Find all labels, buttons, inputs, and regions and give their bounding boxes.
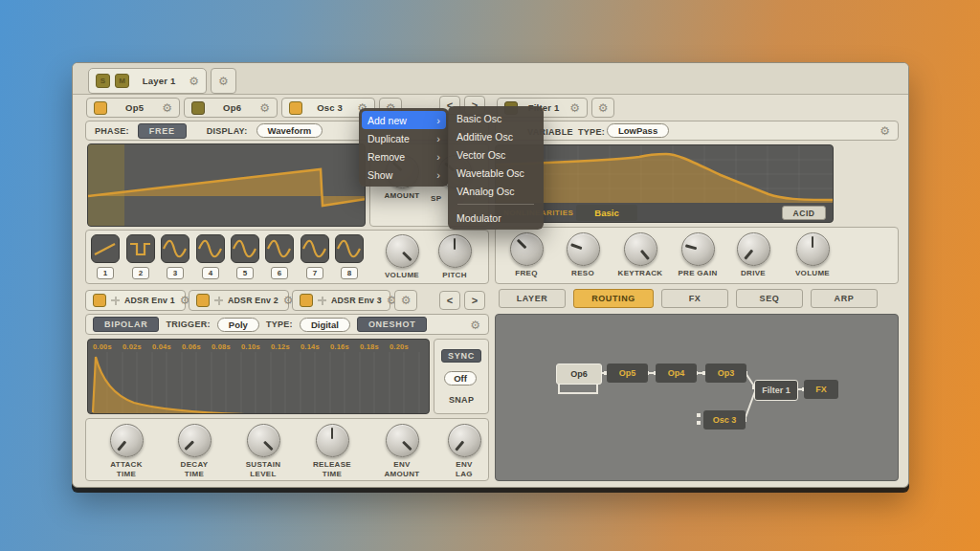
submenu-item-wavetable-osc[interactable]: Wavetable Osc [448,164,544,182]
move-icon[interactable] [111,297,120,305]
tab-op6[interactable]: Op6 ⚙ [184,98,278,118]
routing-node-op5[interactable]: Op5 [607,364,648,383]
env-amount-knob[interactable] [386,424,419,457]
gear-icon[interactable]: ⚙ [162,102,172,114]
menu-item-remove[interactable]: Remove› [359,147,449,165]
tab-layer[interactable]: LAYER [499,289,566,308]
trigger-select[interactable]: Poly [217,318,259,332]
env-prev-button[interactable]: < [439,291,460,310]
submenu-item-vector-osc[interactable]: Vector Osc [448,145,544,164]
gear-icon[interactable]: ⚙ [880,125,890,137]
tab-adsr-env-3[interactable]: ADSR Env 3 ⚙ [292,290,390,311]
gear-icon[interactable]: ⚙ [189,76,199,87]
submenu-item-basic-osc[interactable]: Basic Osc [448,109,544,127]
op6-enable-checkbox[interactable] [191,101,205,115]
routing-node-fx[interactable]: FX [804,380,838,399]
pre-gain-knob[interactable] [681,232,715,266]
osc-volume-knob[interactable] [386,234,419,268]
filter-volume-knob[interactable] [796,232,830,266]
wave-tile-sine[interactable] [196,234,225,263]
routing-node-filter1[interactable]: Filter 1 [754,380,798,401]
filter-response-display[interactable]: NONLINEARITIES Basic ACID [495,144,834,223]
osc3-enable-checkbox[interactable] [289,101,302,115]
routing-node-osc3[interactable]: Osc 3 [703,410,746,430]
gear-icon[interactable]: ⚙ [569,102,580,114]
layer-settings-tab[interactable]: ⚙ [211,68,236,94]
menu-item-add-new[interactable]: Add new› [362,111,446,129]
drive-knob[interactable] [737,232,770,266]
wave-tile-square[interactable] [126,234,155,263]
partial-5-badge[interactable]: 5 [236,267,254,279]
tab-fx[interactable]: FX [661,289,728,308]
partial-8-badge[interactable]: 8 [341,267,358,279]
env2-enable-checkbox[interactable] [196,294,210,307]
release-time-knob[interactable] [316,424,349,457]
sync-off-select[interactable]: Off [444,371,477,386]
keytrack-knob[interactable] [624,232,657,266]
tab-seq[interactable]: SEQ [736,289,803,308]
routing-node-op6[interactable]: Op6 [556,364,602,385]
env-next-button[interactable]: > [464,291,485,310]
freq-knob[interactable] [510,232,544,266]
phase-free-button[interactable]: FREE [138,123,187,139]
oneshot-button[interactable]: ONESHOT [357,317,427,332]
partial-2-badge[interactable]: 2 [132,267,149,279]
nonlinearity-basic-button[interactable]: Basic [576,205,637,221]
routing-node-op3[interactable]: Op3 [705,364,746,383]
decay-time-knob[interactable] [178,424,212,457]
gear-icon[interactable]: ⚙ [218,76,229,87]
submenu-item-vanalog-osc[interactable]: VAnalog Osc [448,182,544,200]
partial-4-badge[interactable]: 4 [202,267,219,279]
tab-op5[interactable]: Op5 ⚙ [86,98,180,118]
sync-button[interactable]: SYNC [441,349,481,363]
acid-button[interactable]: ACID [782,206,826,220]
envelope-display[interactable]: 0.00s 0.02s 0.04s 0.06s 0.08s 0.10s 0.12… [87,339,430,414]
env-lag-knob[interactable] [448,424,481,457]
gear-icon[interactable]: ⚙ [259,102,270,114]
submenu-item-additive-osc[interactable]: Additive Osc [448,127,544,145]
mute-button[interactable]: M [115,74,129,88]
gear-icon[interactable]: ⚙ [598,102,609,114]
menu-item-show[interactable]: Show› [359,165,449,184]
env1-enable-checkbox[interactable] [93,294,106,307]
env-amount-label: ENVAMOUNT [385,460,420,479]
bipolar-button[interactable]: BIPOLAR [93,317,159,332]
sustain-level-knob[interactable] [247,424,280,457]
wave-tile-sine[interactable] [301,234,329,263]
menu-item-duplicate[interactable]: Duplicate› [359,129,449,147]
op5-enable-checkbox[interactable] [94,101,107,115]
tab-arp[interactable]: ARP [811,289,878,308]
partial-7-badge[interactable]: 7 [306,267,323,279]
filter-add-tab[interactable]: ⚙ [591,98,614,118]
osc-pitch-knob[interactable] [438,234,472,268]
tab-routing[interactable]: ROUTING [573,289,654,308]
tab-layer-1[interactable]: S M Layer 1 ⚙ [88,68,207,94]
tab-adsr-env-2[interactable]: ADSR Env 2 ⚙ [189,290,289,311]
env-type-select[interactable]: Digital [300,318,350,332]
move-icon[interactable] [318,297,326,305]
gear-icon[interactable]: ⚙ [401,295,412,306]
attack-time-knob[interactable] [110,424,144,457]
filter-type-select[interactable]: LowPass [607,123,669,138]
display-mode-select[interactable]: Waveform [256,123,323,138]
wave-tile-saw[interactable] [91,234,120,263]
reso-knob[interactable] [567,232,600,266]
partial-1-badge[interactable]: 1 [97,267,114,279]
env-add-tab[interactable]: ⚙ [394,290,417,311]
wave-tile-sine[interactable] [335,234,364,263]
decay-time-label: DECAYTIME [181,460,209,479]
submenu-item-modulator[interactable]: Modulator [448,209,544,227]
wave-tile-sine[interactable] [231,234,259,263]
gear-icon[interactable]: ⚙ [470,320,480,331]
solo-button[interactable]: S [96,74,110,88]
routing-node-op4[interactable]: Op4 [656,364,697,383]
routing-panel[interactable]: Op6 Op5 Op4 Op3 Osc 3 Filter 1 FX [495,314,899,481]
osc-waveform-display[interactable] [87,143,366,227]
wave-tile-sine[interactable] [265,234,294,263]
wave-tile-sine[interactable] [161,234,189,263]
partial-6-badge[interactable]: 6 [271,267,288,279]
partial-3-badge[interactable]: 3 [167,267,184,279]
tab-adsr-env-1[interactable]: ADSR Env 1 ⚙ [85,290,186,311]
move-icon[interactable] [214,297,223,305]
env3-enable-checkbox[interactable] [300,294,313,307]
